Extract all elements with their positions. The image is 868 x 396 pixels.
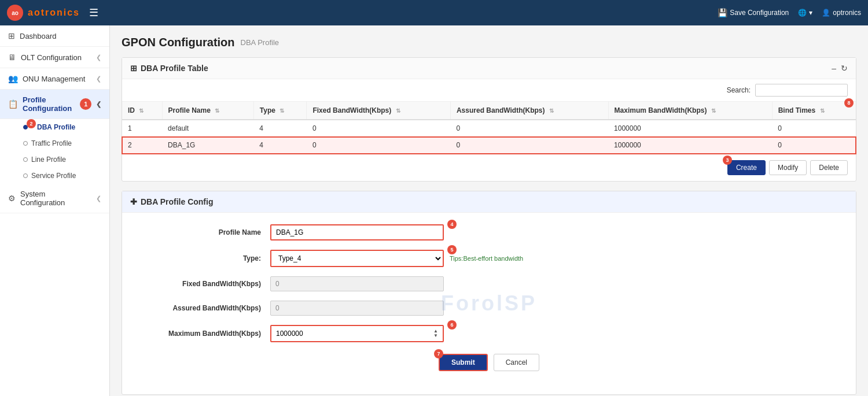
hamburger-icon[interactable]: ☰ [89,6,98,19]
step4-badge: 4 [447,220,457,229]
type-label: Type: [157,254,261,262]
max-bw-spinner[interactable]: ▲ ▼ [270,325,444,342]
type-select[interactable]: Type_1 Type_2 Type_3 Type_4 Type_5 [270,250,444,267]
col-assured-bw[interactable]: Assured BandWidth(Kbps) ⇅ [450,102,608,120]
profile-arrow-icon: ❮ [96,101,101,108]
username-label: optronics [833,9,861,17]
sidebar-item-onu-label: ONU Management [23,75,85,83]
search-label: Search: [727,86,751,94]
col-id[interactable]: ID ⇅ [122,102,162,120]
navbar-right: 💾 Save Configuration 🌐 ▾ 👤 optronics [718,8,861,17]
sidebar: ⊞ Dashboard 🖥 OLT Configuration ❮ 👥 ONU … [0,25,110,396]
search-bar: Search: [122,79,856,102]
modify-button[interactable]: Modify [769,160,807,175]
step2-badge: 2 [27,119,36,128]
user-btn[interactable]: 👤 optronics [822,9,861,17]
line-profile-label: Line Profile [31,156,66,164]
step1-badge: 1 [80,98,91,110]
table-minimize-btn[interactable]: – [832,64,836,73]
save-config-btn[interactable]: 💾 Save Configuration [718,8,789,17]
brand-name: aotronics [28,8,80,18]
cell-id: 2 [122,137,162,154]
system-arrow-icon: ❮ [96,195,101,202]
sidebar-sub-dba-profile[interactable]: 2 DBA Profile [19,119,109,135]
profile-name-row: Profile Name 4 [157,224,821,240]
traffic-profile-label: Traffic Profile [31,139,72,147]
cell-type: 4 [253,120,307,137]
cell-bind-times: 0 [772,120,856,137]
dba-table: ID ⇅ Profile Name ⇅ Type ⇅ Fixed BandWid… [122,102,856,154]
sidebar-item-dashboard[interactable]: ⊞ Dashboard [0,25,109,47]
create-button[interactable]: Create [727,160,766,175]
table-header-row: ID ⇅ Profile Name ⇅ Type ⇅ Fixed BandWid… [122,102,856,120]
assured-bw-input [270,301,444,316]
page-header: GPON Configuration DBA Profile [122,36,856,49]
cell-assured-bw: 0 [450,120,608,137]
col-max-bw[interactable]: Maximum BandWidth(Kbps) ⇅ [608,102,772,120]
table-card-header: ⊞ DBA Profile Table – ↻ [122,58,856,79]
sidebar-sub-menu: 2 DBA Profile Traffic Profile Line Profi… [0,119,109,184]
step7-badge: 7 [434,349,443,358]
olt-icon: 🖥 [8,53,16,62]
sidebar-sub-line-profile[interactable]: Line Profile [19,151,109,168]
col-fixed-bw[interactable]: Fixed BandWidth(Kbps) ⇅ [307,102,451,120]
globe-icon: 🌐 [798,9,807,17]
fixed-bw-label: Fixed BandWidth(Kbps) [157,280,261,288]
form-card-header: ✚ DBA Profile Config [122,191,856,213]
spinner-down-btn[interactable]: ▼ [433,334,438,338]
cell-max-bw: 1000000 [608,137,772,154]
table-card: ⊞ DBA Profile Table – ↻ Search: ID ⇅ Pro… [122,57,856,182]
col-type[interactable]: Type ⇅ [253,102,307,120]
step3-badge: 3 [723,156,732,165]
profile-icon: 📋 [8,99,18,109]
cell-profile-name: default [162,120,253,137]
user-icon: 👤 [822,9,830,17]
table-row[interactable]: 1 default 4 0 0 1000000 0 [122,120,856,137]
sidebar-item-onu-mgmt[interactable]: 👥 ONU Management ❮ [0,68,109,90]
table-refresh-btn[interactable]: ↻ [841,64,848,73]
table-title-text: DBA Profile Table [141,64,208,73]
form-card: ✚ DBA Profile Config ForolSP Profile Nam… [122,191,856,395]
table-title-icon: ⊞ [130,64,137,73]
language-btn[interactable]: 🌐 ▾ [798,9,812,17]
cell-fixed-bw: 0 [307,120,451,137]
type-row: Type: Type_1 Type_2 Type_3 Type_4 Type_5… [157,250,821,267]
table-row[interactable]: 2 DBA_1G 4 0 0 1000000 0 [122,137,856,154]
search-input[interactable] [755,84,848,97]
traffic-profile-circle [23,141,28,146]
language-arrow: ▾ [809,9,812,17]
max-bw-label: Maximum BandWidth(Kbps) [157,330,261,338]
assured-bw-row: Assured BandWidth(Kbps) [157,301,821,316]
sidebar-sub-service-profile[interactable]: Service Profile [19,168,109,184]
step8-badge: 8 [844,98,854,108]
cell-id: 1 [122,120,162,137]
dashboard-icon: ⊞ [8,31,15,40]
table-btn-row: Create 3 Modify Delete [122,154,856,181]
profile-name-input[interactable] [270,224,444,240]
max-bw-row: Maximum BandWidth(Kbps) ▲ ▼ 6 [157,325,821,342]
main-layout: ⊞ Dashboard 🖥 OLT Configuration ❮ 👥 ONU … [0,25,868,396]
form-title-icon: ✚ [130,197,137,206]
col-profile-name[interactable]: Profile Name ⇅ [162,102,253,120]
fixed-bw-input [270,276,444,291]
cell-profile-name: DBA_1G [162,137,253,154]
sidebar-item-system-label: System Configuration [20,190,91,207]
dba-profile-label: DBA Profile [37,123,75,131]
sidebar-item-profile-config[interactable]: 📋 Profile Configuration 1 ❮ [0,90,109,119]
delete-button[interactable]: Delete [810,160,848,175]
col-bind-times[interactable]: Bind Times ⇅ 8 [772,102,856,120]
type-tips: Tips:Best-effort bandwidth [450,255,523,262]
profile-name-label: Profile Name [157,228,261,236]
submit-button[interactable]: Submit [439,354,488,371]
service-profile-label: Service Profile [31,172,76,180]
spinner-arrows[interactable]: ▲ ▼ [433,329,438,338]
content-area: GPON Configuration DBA Profile ⊞ DBA Pro… [110,25,868,396]
sidebar-item-system-config[interactable]: ⚙ System Configuration ❮ [0,184,109,213]
sidebar-sub-traffic-profile[interactable]: Traffic Profile [19,135,109,151]
step5-badge: 5 [447,245,457,254]
olt-arrow-icon: ❮ [96,54,101,61]
max-bw-input[interactable] [276,330,415,338]
sidebar-item-olt-config[interactable]: 🖥 OLT Configuration ❮ [0,47,109,68]
cancel-button[interactable]: Cancel [494,354,539,371]
page-title: GPON Configuration [122,36,235,49]
